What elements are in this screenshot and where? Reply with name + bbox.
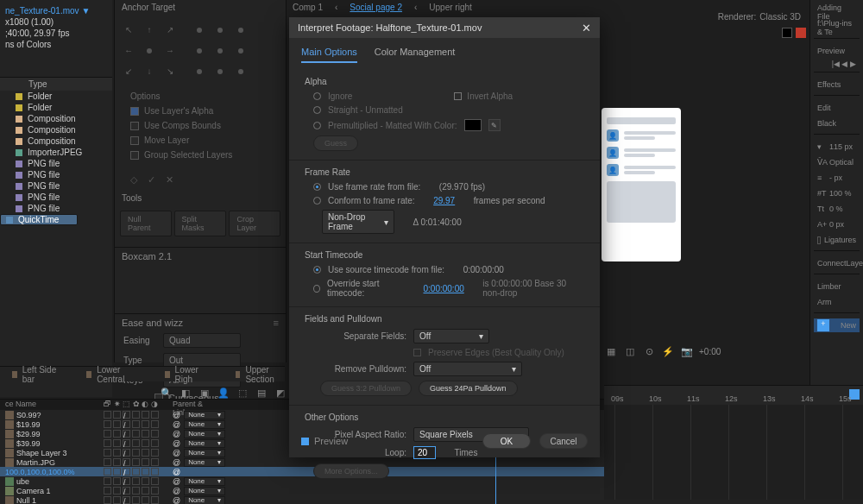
project-item[interactable]: PNG file xyxy=(0,203,112,214)
search-icon[interactable]: 🔍 xyxy=(161,387,173,399)
tab-main-options[interactable]: Main Options xyxy=(301,47,357,63)
project-item[interactable]: QuickTime xyxy=(0,214,78,225)
alpha-premult-radio[interactable] xyxy=(313,122,321,129)
column-type-header[interactable]: Type xyxy=(0,77,112,91)
tag-item[interactable]: Left Side bar xyxy=(12,365,57,384)
character-value[interactable]: V̂AOptical xyxy=(814,155,860,169)
use-source-tc-radio[interactable] xyxy=(313,266,321,274)
guess-24pa-button[interactable]: Guess 24Pa Pulldown xyxy=(419,381,518,396)
other-options-header: Other Options xyxy=(305,413,584,422)
character-value[interactable]: #T100 % xyxy=(814,186,860,200)
person-icon[interactable]: 👤 xyxy=(217,387,230,399)
timeline-ruler-panel: 09s10s11s12s13s14s15s xyxy=(604,385,863,504)
project-item[interactable]: PNG file xyxy=(0,158,112,169)
parent-dropdown[interactable]: None▾ xyxy=(184,477,225,486)
project-item[interactable]: Folder xyxy=(0,102,112,113)
alpha-straight-radio[interactable] xyxy=(313,106,321,114)
tool-button[interactable]: Split Masks xyxy=(174,211,227,236)
anchor-grid[interactable]: ↖↑↗←→↙↓↘ xyxy=(115,15,286,87)
parent-dropdown[interactable]: None▾ xyxy=(184,411,225,419)
project-item[interactable]: PNG file xyxy=(0,180,112,192)
tab-color-management[interactable]: Color Management xyxy=(375,47,456,63)
renderer-dropdown[interactable]: Classic 3D xyxy=(759,12,801,22)
color-swatch-red[interactable] xyxy=(796,28,806,38)
tab-comp1[interactable]: Comp 1 xyxy=(289,2,326,13)
mask-icon[interactable]: ◫ xyxy=(623,344,637,358)
graph-icon[interactable]: ◩ xyxy=(274,387,287,399)
project-item[interactable]: PNG file xyxy=(0,192,112,203)
parent-dropdown[interactable]: None▾ xyxy=(184,439,225,448)
preview-checkbox[interactable] xyxy=(301,438,309,445)
tool-button[interactable]: Crop Layer xyxy=(229,211,280,236)
separate-fields-dropdown[interactable]: Off▾ xyxy=(413,329,489,343)
invert-alpha-checkbox[interactable] xyxy=(454,92,462,100)
label-row: Left Side bar Lower Central Lower Righ U… xyxy=(0,366,285,381)
ok-button[interactable]: OK xyxy=(482,433,531,449)
fields-pulldown-header: Fields and Pulldown xyxy=(305,314,584,324)
project-item[interactable]: ImporterJPEG xyxy=(0,147,112,158)
project-items-list: FolderFolderCompositionCompositionCompos… xyxy=(0,91,112,225)
alpha-ignore-radio[interactable] xyxy=(313,92,321,100)
check-icon[interactable]: ✓ xyxy=(148,174,155,186)
preserve-edges-checkbox[interactable] xyxy=(413,349,421,356)
drop-frame-dropdown[interactable]: Non-Drop Frame▾ xyxy=(322,210,394,234)
tab-social-page-2[interactable]: Social page 2 xyxy=(346,2,406,13)
color-swatch-black[interactable] xyxy=(782,28,792,38)
more-options-button[interactable]: More Options... xyxy=(313,463,389,479)
option-checkbox[interactable] xyxy=(130,107,139,116)
tab-upper-right[interactable]: Upper right xyxy=(425,2,475,13)
override-tc-input[interactable]: 0:00:00:00 xyxy=(423,284,463,293)
option-checkbox[interactable] xyxy=(130,151,139,160)
character-value[interactable]: ▾115 px xyxy=(814,140,860,154)
guess-32-button[interactable]: Guess 3:2 Pulldown xyxy=(320,381,412,396)
side-panel: Anchor Target ↖↑↗←→↙↓↘ Options Use Layer… xyxy=(114,0,287,362)
shy-icon[interactable]: ⬚ xyxy=(236,387,249,399)
x-icon[interactable]: ✕ xyxy=(166,174,173,186)
override-tc-radio[interactable] xyxy=(313,285,320,293)
alpha-header: Alpha xyxy=(305,77,584,86)
project-item[interactable]: PNG file xyxy=(0,169,112,180)
remove-pulldown-dropdown[interactable]: Off▾ xyxy=(413,362,522,376)
tag-item[interactable]: Lower Central xyxy=(86,365,135,384)
layer-icon[interactable]: ▤ xyxy=(255,387,268,399)
options-header: Options xyxy=(130,91,270,101)
parent-dropdown[interactable]: None▾ xyxy=(184,458,225,467)
project-item[interactable]: Composition xyxy=(0,113,112,124)
parent-dropdown[interactable]: None▾ xyxy=(184,449,225,457)
project-item[interactable]: Composition xyxy=(0,124,112,135)
option-checkbox[interactable] xyxy=(130,136,139,145)
character-value[interactable]: ≡- px xyxy=(814,171,860,185)
time-icon[interactable]: ⊙ xyxy=(642,344,656,358)
grid-icon[interactable]: ▦ xyxy=(604,344,618,358)
character-value[interactable]: Tt0 % xyxy=(814,202,860,216)
parent-dropdown[interactable]: None▾ xyxy=(184,487,225,495)
fps-input[interactable]: 29.97 xyxy=(433,196,455,205)
tag-item[interactable]: Upper Section xyxy=(236,365,285,384)
time-ruler[interactable]: 09s10s11s12s13s14s15s xyxy=(604,386,863,405)
file-name-dropdown[interactable]: ne_Texture-01.mov ▼ xyxy=(5,5,110,16)
timeline-layer-row[interactable]: Null 1/@None▾ xyxy=(0,495,604,504)
parent-dropdown[interactable]: None▾ xyxy=(184,496,225,505)
eyedropper-icon[interactable]: ✎ xyxy=(488,119,501,131)
new-button[interactable]: +New xyxy=(814,318,860,332)
flash-icon[interactable]: ⚡ xyxy=(661,344,675,358)
frame-icon[interactable]: ▣ xyxy=(198,387,211,399)
snap-icon[interactable]: ◧ xyxy=(180,387,192,399)
guess-alpha-button[interactable]: Guess xyxy=(313,135,358,151)
project-item[interactable]: Folder xyxy=(0,91,112,102)
use-file-fps-radio[interactable] xyxy=(313,183,321,191)
option-checkbox[interactable] xyxy=(130,122,139,130)
conform-fps-radio[interactable] xyxy=(313,197,321,205)
camera-icon[interactable]: 📷 xyxy=(680,344,694,358)
diamond-icon[interactable]: ◇ xyxy=(130,174,137,186)
parent-dropdown[interactable]: None▾ xyxy=(184,420,225,429)
tool-button[interactable]: Null Parent xyxy=(120,211,172,236)
matte-color-swatch[interactable] xyxy=(464,119,482,131)
tag-item[interactable]: Lower Righ xyxy=(165,365,206,384)
parent-dropdown[interactable]: None▾ xyxy=(184,430,225,438)
cancel-button[interactable]: Cancel xyxy=(539,433,588,449)
project-item[interactable]: Composition xyxy=(0,135,112,147)
ease-dropdown[interactable]: Quad xyxy=(163,333,241,348)
character-value[interactable]: A+0 px xyxy=(814,217,860,231)
close-icon[interactable]: ✕ xyxy=(582,22,591,35)
